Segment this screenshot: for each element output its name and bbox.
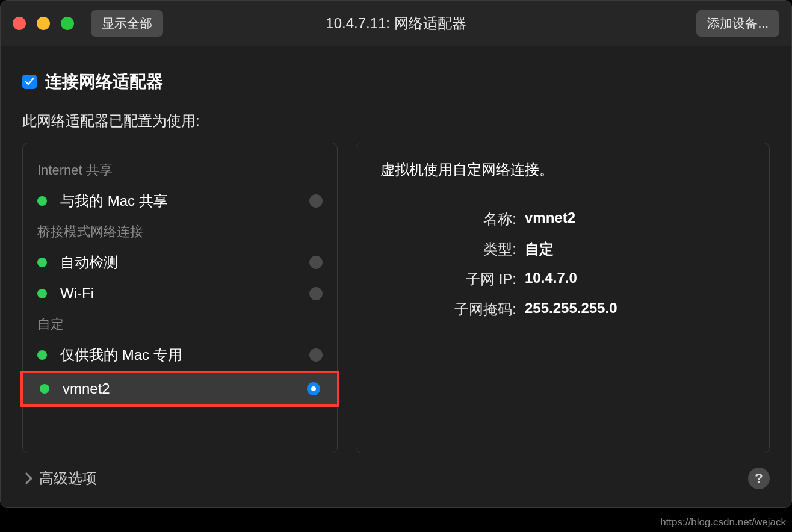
net-item-vmnet2[interactable]: vmnet2: [23, 373, 337, 404]
net-item-share-mac[interactable]: 与我的 Mac 共享: [23, 185, 337, 217]
titlebar: 显示全部 10.4.7.11: 网络适配器 添加设备...: [1, 1, 791, 46]
show-all-button[interactable]: 显示全部: [91, 10, 163, 37]
connect-checkbox[interactable]: [22, 75, 37, 89]
info-key: 名称:: [380, 209, 525, 229]
watermark: https://blog.csdn.net/wejack: [660, 516, 786, 528]
radio-auto-detect[interactable]: [309, 256, 323, 269]
advanced-label: 高级选项: [39, 469, 97, 488]
connect-adapter-row: 连接网络适配器: [22, 70, 770, 93]
info-row-type: 类型: 自定: [380, 240, 745, 259]
advanced-toggle[interactable]: 高级选项: [22, 469, 97, 488]
info-val: 自定: [525, 240, 554, 259]
highlight-box: vmnet2: [20, 371, 339, 407]
info-key: 类型:: [380, 240, 525, 259]
radio-wifi[interactable]: [309, 287, 323, 300]
group-bridged: 桥接模式网络连接: [23, 217, 337, 247]
net-item-label: vmnet2: [63, 380, 307, 397]
group-internet-share: Internet 共享: [23, 155, 337, 185]
radio-mac-only[interactable]: [309, 348, 323, 362]
status-dot-icon: [40, 384, 49, 394]
radio-vmnet2[interactable]: [307, 382, 320, 395]
net-item-label: Wi-Fi: [60, 285, 309, 302]
net-item-label: 仅供我的 Mac 专用: [60, 345, 309, 365]
info-val: 255.255.255.0: [525, 300, 617, 319]
status-dot-icon: [37, 258, 47, 267]
connect-label: 连接网络适配器: [45, 70, 163, 93]
settings-window: 显示全部 10.4.7.11: 网络适配器 添加设备... 连接网络适配器 此网…: [0, 0, 792, 508]
info-row-subnet-ip: 子网 IP: 10.4.7.0: [380, 270, 745, 289]
net-item-wifi[interactable]: Wi-Fi: [23, 278, 337, 309]
net-item-auto-detect[interactable]: 自动检测: [23, 247, 337, 278]
close-icon[interactable]: [13, 17, 26, 30]
net-item-mac-only[interactable]: 仅供我的 Mac 专用: [23, 339, 337, 371]
minimize-icon[interactable]: [37, 17, 50, 30]
detail-description: 虚拟机使用自定网络连接。: [380, 160, 745, 179]
status-dot-icon: [37, 350, 47, 360]
content-area: 连接网络适配器 此网络适配器已配置为使用: Internet 共享 与我的 Ma…: [1, 46, 791, 507]
chevron-right-icon: [20, 472, 32, 484]
info-val: 10.4.7.0: [525, 270, 577, 289]
radio-share-mac[interactable]: [309, 194, 323, 208]
status-dot-icon: [37, 289, 47, 298]
info-key: 子网 IP:: [380, 270, 525, 289]
panels: Internet 共享 与我的 Mac 共享 桥接模式网络连接 自动检测 Wi-…: [22, 143, 770, 453]
help-button[interactable]: ?: [748, 468, 770, 489]
detail-panel: 虚拟机使用自定网络连接。 名称: vmnet2 类型: 自定 子网 IP: 10…: [356, 143, 770, 453]
add-device-button[interactable]: 添加设备...: [696, 10, 779, 37]
maximize-icon[interactable]: [61, 17, 74, 30]
info-val: vmnet2: [525, 209, 575, 229]
check-icon: [25, 77, 34, 87]
info-row-subnet-mask: 子网掩码: 255.255.255.0: [380, 300, 745, 319]
traffic-lights: [13, 17, 74, 30]
status-dot-icon: [37, 196, 47, 206]
info-row-name: 名称: vmnet2: [380, 209, 745, 229]
network-list-panel: Internet 共享 与我的 Mac 共享 桥接模式网络连接 自动检测 Wi-…: [22, 143, 338, 453]
net-item-label: 自动检测: [60, 253, 309, 272]
net-item-label: 与我的 Mac 共享: [60, 191, 309, 211]
group-custom: 自定: [23, 309, 337, 339]
config-subtitle: 此网络适配器已配置为使用:: [22, 111, 770, 131]
window-title: 10.4.7.11: 网络适配器: [326, 14, 466, 33]
footer: 高级选项 ?: [22, 453, 770, 489]
info-key: 子网掩码:: [380, 300, 525, 319]
